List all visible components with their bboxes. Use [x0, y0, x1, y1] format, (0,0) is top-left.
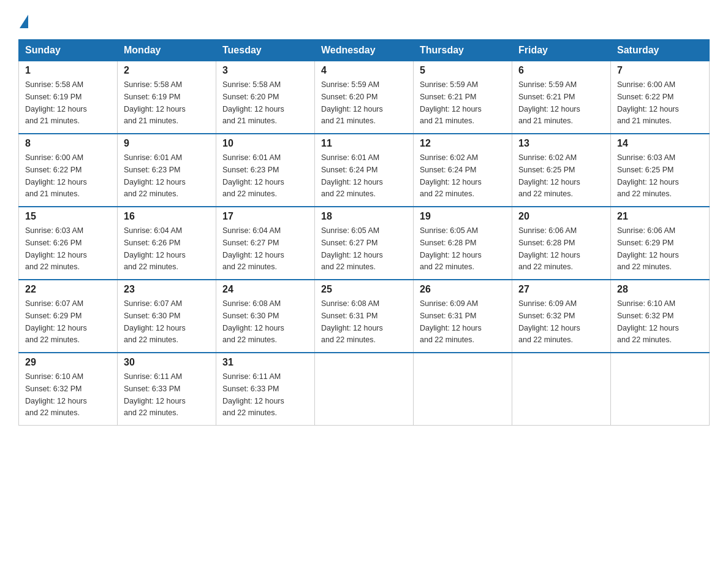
calendar-cell: 27 Sunrise: 6:09 AMSunset: 6:32 PMDaylig…	[512, 280, 611, 353]
column-header-monday: Monday	[118, 40, 216, 61]
calendar-cell: 10 Sunrise: 6:01 AMSunset: 6:23 PMDaylig…	[216, 134, 315, 207]
day-info: Sunrise: 6:07 AMSunset: 6:29 PMDaylight:…	[25, 299, 87, 344]
calendar-cell: 7 Sunrise: 6:00 AMSunset: 6:22 PMDayligh…	[611, 61, 710, 134]
day-number: 1	[25, 65, 111, 76]
calendar-cell: 19 Sunrise: 6:05 AMSunset: 6:28 PMDaylig…	[414, 207, 512, 280]
day-info: Sunrise: 6:09 AMSunset: 6:32 PMDaylight:…	[518, 299, 580, 344]
day-number: 27	[518, 284, 604, 295]
day-info: Sunrise: 6:01 AMSunset: 6:23 PMDaylight:…	[222, 153, 284, 198]
day-info: Sunrise: 6:11 AMSunset: 6:33 PMDaylight:…	[222, 372, 284, 417]
calendar-cell: 3 Sunrise: 5:58 AMSunset: 6:20 PMDayligh…	[216, 61, 315, 134]
calendar-cell: 12 Sunrise: 6:02 AMSunset: 6:24 PMDaylig…	[414, 134, 512, 207]
day-number: 13	[518, 138, 604, 149]
column-header-sunday: Sunday	[19, 40, 118, 61]
day-number: 14	[617, 138, 703, 149]
calendar-cell: 28 Sunrise: 6:10 AMSunset: 6:32 PMDaylig…	[611, 280, 710, 353]
week-row-3: 15 Sunrise: 6:03 AMSunset: 6:26 PMDaylig…	[19, 207, 710, 280]
day-number: 24	[222, 284, 308, 295]
day-number: 25	[321, 284, 407, 295]
calendar-header-row: SundayMondayTuesdayWednesdayThursdayFrid…	[19, 40, 710, 61]
calendar-cell: 20 Sunrise: 6:06 AMSunset: 6:28 PMDaylig…	[512, 207, 611, 280]
day-info: Sunrise: 6:11 AMSunset: 6:33 PMDaylight:…	[124, 372, 186, 417]
calendar-table: SundayMondayTuesdayWednesdayThursdayFrid…	[18, 39, 710, 426]
day-number: 26	[420, 284, 506, 295]
calendar-cell: 31 Sunrise: 6:11 AMSunset: 6:33 PMDaylig…	[216, 353, 315, 426]
day-number: 23	[124, 284, 210, 295]
day-number: 6	[518, 65, 604, 76]
day-info: Sunrise: 6:10 AMSunset: 6:32 PMDaylight:…	[617, 299, 679, 344]
day-number: 19	[420, 211, 506, 222]
day-info: Sunrise: 6:00 AMSunset: 6:22 PMDaylight:…	[25, 153, 87, 198]
day-info: Sunrise: 5:58 AMSunset: 6:19 PMDaylight:…	[25, 80, 87, 125]
calendar-cell: 17 Sunrise: 6:04 AMSunset: 6:27 PMDaylig…	[216, 207, 315, 280]
day-number: 5	[420, 65, 506, 76]
calendar-cell	[512, 353, 611, 426]
day-info: Sunrise: 6:08 AMSunset: 6:30 PMDaylight:…	[222, 299, 284, 344]
calendar-cell: 9 Sunrise: 6:01 AMSunset: 6:23 PMDayligh…	[118, 134, 216, 207]
day-number: 12	[420, 138, 506, 149]
calendar-cell: 4 Sunrise: 5:59 AMSunset: 6:20 PMDayligh…	[315, 61, 414, 134]
day-info: Sunrise: 6:03 AMSunset: 6:25 PMDaylight:…	[617, 153, 679, 198]
day-number: 21	[617, 211, 703, 222]
day-number: 8	[25, 138, 111, 149]
calendar-cell: 18 Sunrise: 6:05 AMSunset: 6:27 PMDaylig…	[315, 207, 414, 280]
day-number: 28	[617, 284, 703, 295]
day-info: Sunrise: 6:05 AMSunset: 6:27 PMDaylight:…	[321, 226, 383, 271]
day-number: 16	[124, 211, 210, 222]
column-header-wednesday: Wednesday	[315, 40, 414, 61]
calendar-cell: 16 Sunrise: 6:04 AMSunset: 6:26 PMDaylig…	[118, 207, 216, 280]
calendar-cell: 25 Sunrise: 6:08 AMSunset: 6:31 PMDaylig…	[315, 280, 414, 353]
column-header-tuesday: Tuesday	[216, 40, 315, 61]
calendar-cell: 6 Sunrise: 5:59 AMSunset: 6:21 PMDayligh…	[512, 61, 611, 134]
day-info: Sunrise: 6:02 AMSunset: 6:25 PMDaylight:…	[518, 153, 580, 198]
day-number: 11	[321, 138, 407, 149]
day-number: 10	[222, 138, 308, 149]
logo	[18, 12, 28, 28]
calendar-cell: 2 Sunrise: 5:58 AMSunset: 6:19 PMDayligh…	[118, 61, 216, 134]
day-info: Sunrise: 5:58 AMSunset: 6:19 PMDaylight:…	[124, 80, 186, 125]
day-info: Sunrise: 6:02 AMSunset: 6:24 PMDaylight:…	[420, 153, 482, 198]
column-header-thursday: Thursday	[414, 40, 512, 61]
day-info: Sunrise: 6:06 AMSunset: 6:29 PMDaylight:…	[617, 226, 679, 271]
calendar-cell: 8 Sunrise: 6:00 AMSunset: 6:22 PMDayligh…	[19, 134, 118, 207]
day-number: 9	[124, 138, 210, 149]
day-number: 22	[25, 284, 111, 295]
day-info: Sunrise: 6:04 AMSunset: 6:26 PMDaylight:…	[124, 226, 186, 271]
day-info: Sunrise: 6:10 AMSunset: 6:32 PMDaylight:…	[25, 372, 87, 417]
calendar-cell: 1 Sunrise: 5:58 AMSunset: 6:19 PMDayligh…	[19, 61, 118, 134]
calendar-cell	[414, 353, 512, 426]
column-header-saturday: Saturday	[611, 40, 710, 61]
day-info: Sunrise: 6:09 AMSunset: 6:31 PMDaylight:…	[420, 299, 482, 344]
calendar-cell: 21 Sunrise: 6:06 AMSunset: 6:29 PMDaylig…	[611, 207, 710, 280]
week-row-4: 22 Sunrise: 6:07 AMSunset: 6:29 PMDaylig…	[19, 280, 710, 353]
day-info: Sunrise: 6:07 AMSunset: 6:30 PMDaylight:…	[124, 299, 186, 344]
day-number: 30	[124, 357, 210, 368]
day-info: Sunrise: 6:01 AMSunset: 6:23 PMDaylight:…	[124, 153, 186, 198]
day-info: Sunrise: 6:01 AMSunset: 6:24 PMDaylight:…	[321, 153, 383, 198]
day-number: 7	[617, 65, 703, 76]
week-row-1: 1 Sunrise: 5:58 AMSunset: 6:19 PMDayligh…	[19, 61, 710, 134]
day-info: Sunrise: 5:59 AMSunset: 6:20 PMDaylight:…	[321, 80, 383, 125]
calendar-cell: 26 Sunrise: 6:09 AMSunset: 6:31 PMDaylig…	[414, 280, 512, 353]
day-info: Sunrise: 6:04 AMSunset: 6:27 PMDaylight:…	[222, 226, 284, 271]
day-info: Sunrise: 5:59 AMSunset: 6:21 PMDaylight:…	[420, 80, 482, 125]
day-number: 18	[321, 211, 407, 222]
calendar-cell: 29 Sunrise: 6:10 AMSunset: 6:32 PMDaylig…	[19, 353, 118, 426]
day-info: Sunrise: 6:03 AMSunset: 6:26 PMDaylight:…	[25, 226, 87, 271]
calendar-cell: 15 Sunrise: 6:03 AMSunset: 6:26 PMDaylig…	[19, 207, 118, 280]
day-number: 3	[222, 65, 308, 76]
day-number: 15	[25, 211, 111, 222]
day-number: 29	[25, 357, 111, 368]
day-info: Sunrise: 6:00 AMSunset: 6:22 PMDaylight:…	[617, 80, 679, 125]
day-number: 4	[321, 65, 407, 76]
logo-triangle-icon	[20, 15, 28, 28]
week-row-5: 29 Sunrise: 6:10 AMSunset: 6:32 PMDaylig…	[19, 353, 710, 426]
day-info: Sunrise: 5:59 AMSunset: 6:21 PMDaylight:…	[518, 80, 580, 125]
calendar-cell	[315, 353, 414, 426]
calendar-cell: 23 Sunrise: 6:07 AMSunset: 6:30 PMDaylig…	[118, 280, 216, 353]
column-header-friday: Friday	[512, 40, 611, 61]
week-row-2: 8 Sunrise: 6:00 AMSunset: 6:22 PMDayligh…	[19, 134, 710, 207]
calendar-cell: 5 Sunrise: 5:59 AMSunset: 6:21 PMDayligh…	[414, 61, 512, 134]
calendar-cell: 22 Sunrise: 6:07 AMSunset: 6:29 PMDaylig…	[19, 280, 118, 353]
calendar-cell	[611, 353, 710, 426]
